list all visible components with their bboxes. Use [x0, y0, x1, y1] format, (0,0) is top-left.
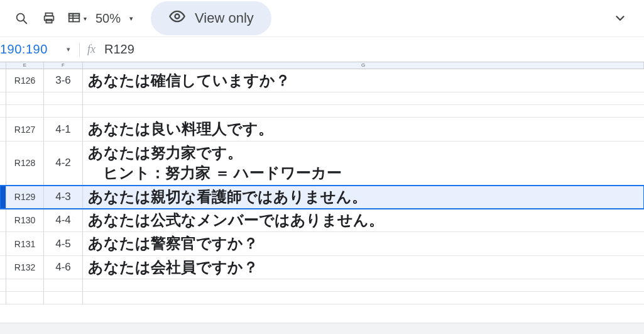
cell[interactable]: 4-3	[44, 186, 83, 209]
column-header[interactable]: G	[83, 62, 644, 69]
zoom-dropdown[interactable]: 50% ▾	[96, 11, 133, 26]
table-row[interactable]: R1324-6あなたは会社員ですか？	[0, 256, 644, 279]
search-icon[interactable]	[9, 6, 34, 31]
row-header[interactable]	[0, 256, 6, 279]
column-header[interactable]: E	[6, 62, 44, 69]
row-header[interactable]	[0, 142, 6, 186]
cell[interactable]: あなたは警察官ですか？	[83, 232, 644, 255]
row-header[interactable]	[0, 118, 6, 141]
cell[interactable]: 4-6	[44, 256, 83, 279]
cell[interactable]: あなたは良い料理人です。	[83, 118, 644, 141]
cell[interactable]	[83, 292, 644, 304]
table-row[interactable]	[0, 92, 644, 105]
table-row-selected[interactable]: R1294-3あなたは親切な看護師ではありません。	[0, 186, 644, 209]
cell[interactable]: R127	[6, 118, 44, 141]
svg-rect-4	[46, 19, 52, 23]
cell[interactable]: R129	[6, 186, 44, 209]
cell[interactable]	[83, 92, 644, 105]
cell[interactable]: あなたは親切な看護師ではありません。	[83, 186, 644, 209]
table-row[interactable]: R1263-6あなたは確信していますか？	[0, 69, 644, 92]
fx-icon: fx	[87, 43, 96, 56]
table-row[interactable]: R1304-4あなたは公式なメンバーではありません。	[0, 209, 644, 232]
name-box[interactable]: 190:190 ▾	[0, 42, 77, 57]
cell[interactable]	[6, 279, 44, 292]
table-row[interactable]: R1314-5あなたは警察官ですか？	[0, 232, 644, 255]
cell[interactable]: あなたは確信していますか？	[83, 69, 644, 92]
row-header[interactable]	[0, 69, 6, 92]
cell[interactable]	[83, 279, 644, 292]
cell[interactable]	[6, 292, 44, 304]
expand-toolbar-button[interactable]	[608, 6, 633, 31]
cell[interactable]: あなたは公式なメンバーではありません。	[83, 209, 644, 232]
divider	[79, 43, 80, 57]
cell[interactable]: あなたは努力家です。 ヒント：努力家 ＝ ハードワーカー	[83, 142, 644, 186]
row-header[interactable]	[0, 279, 6, 292]
cell[interactable]: R132	[6, 256, 44, 279]
row-header[interactable]	[0, 292, 6, 304]
column-header-strip: E F G	[0, 62, 644, 69]
cell[interactable]	[44, 279, 83, 292]
cell[interactable]: R126	[6, 69, 44, 92]
horizontal-scrollbar[interactable]	[0, 323, 644, 334]
cell[interactable]: R128	[6, 142, 44, 186]
print-icon[interactable]	[36, 6, 62, 31]
view-only-pill[interactable]: View only	[151, 1, 271, 35]
caret-down-icon: ▾	[84, 15, 87, 22]
caret-down-icon: ▾	[129, 14, 133, 23]
cell[interactable]: 4-4	[44, 209, 83, 232]
name-box-value: 190:190	[0, 42, 48, 57]
table-row[interactable]	[0, 292, 644, 304]
toolbar: ▾ 50% ▾ View only	[0, 0, 644, 36]
cell[interactable]	[44, 292, 83, 304]
row-header[interactable]	[0, 92, 6, 105]
cell[interactable]: あなたは会社員ですか？	[83, 256, 644, 279]
cell[interactable]	[44, 105, 83, 118]
select-all-corner[interactable]	[0, 62, 6, 69]
row-header[interactable]	[0, 232, 6, 255]
spreadsheet-grid[interactable]: R1263-6あなたは確信していますか？R1274-1あなたは良い料理人です。R…	[0, 69, 644, 304]
cell[interactable]: 4-5	[44, 232, 83, 255]
table-row[interactable]: R1274-1あなたは良い料理人です。	[0, 118, 644, 141]
view-only-label: View only	[195, 10, 254, 26]
caret-down-icon: ▾	[67, 45, 71, 53]
svg-line-1	[23, 20, 26, 23]
svg-rect-6	[68, 14, 79, 22]
cell[interactable]	[83, 105, 644, 118]
table-row[interactable]	[0, 105, 644, 118]
svg-point-9	[175, 14, 180, 19]
column-header[interactable]: F	[44, 62, 83, 69]
row-header[interactable]	[0, 209, 6, 232]
cell[interactable]	[6, 105, 44, 118]
cell[interactable]	[44, 92, 83, 105]
cell[interactable]: 4-1	[44, 118, 83, 141]
cell[interactable]: 4-2	[44, 142, 83, 186]
cell[interactable]: R131	[6, 232, 44, 255]
cell[interactable]: R130	[6, 209, 44, 232]
table-row[interactable]: R1284-2あなたは努力家です。 ヒント：努力家 ＝ ハードワーカー	[0, 142, 644, 186]
filter-views-button[interactable]: ▾	[64, 6, 89, 31]
zoom-label: 50%	[96, 11, 121, 26]
cell[interactable]	[6, 92, 44, 105]
eye-icon	[168, 8, 186, 29]
formula-bar-row: 190:190 ▾ fx R129	[0, 36, 644, 62]
row-header[interactable]	[0, 186, 6, 209]
formula-bar-input[interactable]: R129	[104, 42, 134, 57]
table-row[interactable]	[0, 279, 644, 292]
row-header[interactable]	[0, 105, 6, 118]
cell[interactable]: 3-6	[44, 69, 83, 92]
